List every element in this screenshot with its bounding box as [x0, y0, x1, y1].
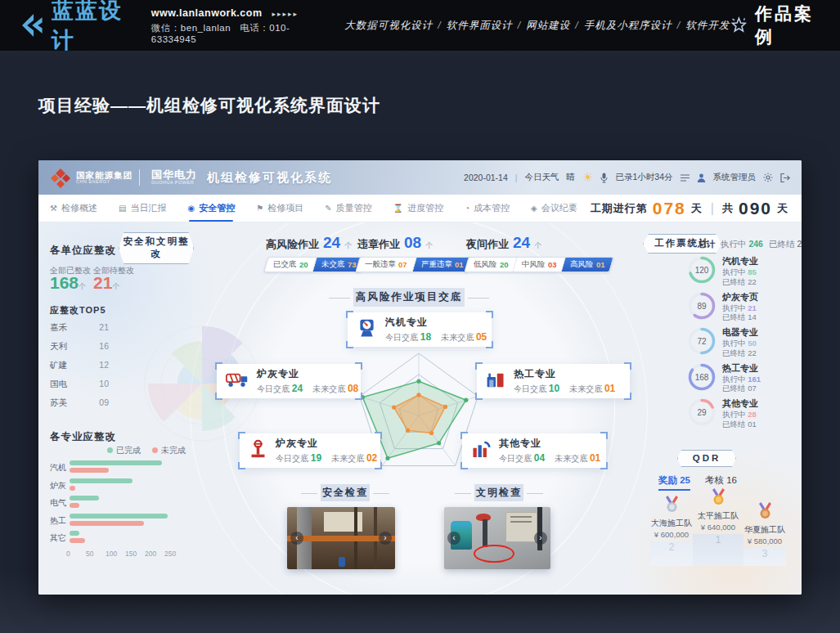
future-pair: 未来交底 01 [569, 383, 615, 395]
wechat-id: ben_lanlan [181, 23, 231, 33]
svg-text:120: 120 [695, 266, 709, 275]
tab-检修项目[interactable]: ⚑检修项目 [256, 195, 303, 222]
podium-step: 3 [743, 548, 786, 566]
card-corner [215, 362, 222, 370]
section-title-majors: 各专业应整改 [50, 430, 116, 444]
gear-icon[interactable] [763, 173, 773, 182]
dashboard-header: 国家能源集团 CHN ENERGY 国华电力 GUOHUA POWER 机组检修… [38, 160, 802, 195]
tab-安全管控[interactable]: ◉安全管控 [187, 195, 235, 222]
bar-todo [70, 503, 79, 508]
bar-axis-tick: 250 [164, 550, 176, 558]
system-title: 机组检修可视化系统 [207, 170, 332, 186]
podium-华夏施工队: 华夏施工队¥ 580,0003 [743, 488, 786, 566]
svg-text:29: 29 [697, 408, 707, 417]
inspection-label-civility: 文明检查 [474, 484, 523, 501]
carousel-prev-button[interactable]: ‹ [290, 532, 303, 545]
ring-done: 已终结 01 [722, 420, 758, 429]
card-title: 热工专业 [514, 367, 615, 381]
bar-todo [70, 538, 85, 543]
carousel-next-button[interactable]: › [379, 532, 392, 545]
ring-running: 执行中 85 [722, 267, 758, 277]
carousel-prev-button[interactable]: ‹ [447, 532, 460, 545]
mic-icon[interactable] [600, 173, 608, 183]
pill-label: 高风险 [570, 259, 594, 270]
bar-category: 电气 [50, 497, 66, 509]
gauge-icon [356, 317, 378, 343]
card-corner [486, 311, 493, 318]
card-corner [460, 462, 468, 469]
card-corner [355, 362, 362, 370]
card-汽机专业-0[interactable]: 汽机专业今日交底 18未来交底 05 [348, 312, 492, 347]
carousel-next-button[interactable]: › [534, 532, 547, 545]
org2-en: GUOHUA POWER [151, 181, 197, 186]
card-corner [475, 393, 483, 400]
tab-当日汇报[interactable]: ▤当日汇报 [119, 195, 166, 222]
today-pair: 今日交底 18 [385, 331, 431, 343]
future-pair: 未来交底 02 [331, 452, 377, 465]
tab-label: 当日汇报 [130, 202, 166, 214]
stat-value: 08 [404, 234, 421, 252]
card-其他专业-4[interactable]: 其他专业今日交底 04未来交底 01 [462, 433, 606, 468]
bar-row-热工: 热工 [50, 513, 181, 528]
stat-unit: 个 [425, 240, 433, 251]
org1-en: CHN ENERGY [76, 180, 133, 185]
tab-检修概述[interactable]: ⚒检修概述 [50, 195, 97, 222]
progress-total-prefix: 共 [722, 201, 734, 216]
card-热工专业-2[interactable]: 热工专业今日交底 10未来交底 01 [477, 364, 630, 398]
photo-cabinet-detail [510, 516, 532, 518]
stat-label: 夜间作业 [466, 237, 509, 252]
top5-row: 苏美09 [50, 397, 109, 409]
list-icon[interactable] [681, 174, 690, 182]
card-values: 今日交底 18未来交底 05 [385, 331, 487, 343]
weather-label: 今日天气 [525, 172, 559, 183]
photo-annotation-ellipse [474, 545, 514, 563]
card-炉灰专业-1[interactable]: 炉灰专业今日交底 24未来交底 08 [217, 364, 361, 398]
brand[interactable]: 蓝蓝设计 [16, 0, 135, 55]
bar-axis-tick: 100 [106, 550, 117, 558]
legend-done: 已完成 [107, 445, 141, 456]
tab-质量管控[interactable]: ✎质量管控 [325, 195, 371, 222]
card-values: 今日交底 24未来交底 08 [257, 383, 358, 395]
user-icon [697, 173, 706, 182]
card-corner [375, 432, 382, 439]
today-pair: 今日交底 04 [499, 452, 545, 465]
meeting-icon: ◈ [531, 204, 537, 213]
header-divider [139, 169, 140, 186]
safety-photo-carousel: ‹ › [287, 507, 395, 569]
tab-进度管控[interactable]: ⌛进度管控 [393, 195, 443, 222]
card-text: 热工专业今日交底 10未来交底 01 [514, 367, 615, 395]
service-separator: / [677, 20, 681, 31]
service-item: 软件开发 [685, 20, 730, 31]
services-list: 大数据可视化设计/软件界面设计/网站建设/手机及小程序设计/软件开发 [344, 19, 730, 33]
ring-炉灰专页: 89炉灰专页执行中 21已终结 14 [687, 291, 758, 324]
service-item: 大数据可视化设计 [344, 20, 433, 31]
svg-text:168: 168 [695, 372, 709, 381]
username[interactable]: 系统管理员 [713, 172, 757, 183]
portfolio-button[interactable]: 作品案例 [730, 2, 824, 48]
photo-worker [339, 557, 345, 567]
pill-value: 01 [455, 260, 464, 269]
card-炉灰专业-3[interactable]: 炉灰专业今日交底 19未来交底 02 [240, 433, 380, 468]
website-row[interactable]: www.lanlanwork.com ▸▸▸▸▸ [151, 7, 313, 19]
sun-icon: ☀ [582, 170, 593, 185]
logout-icon[interactable] [780, 173, 790, 182]
card-title: 汽机专业 [385, 316, 487, 330]
future-pair: 未来交底 01 [555, 452, 600, 465]
wrench-icon: ⚒ [50, 204, 57, 213]
card-corner [346, 341, 353, 348]
podium-amount: ¥ 600,000 [654, 530, 689, 539]
future-pair: 未来交底 05 [441, 331, 487, 343]
tab-成本管控[interactable]: ◔成本管控 [465, 195, 510, 222]
tab-会议纪要[interactable]: ◈会议纪要 [531, 195, 577, 222]
card-text: 炉灰专业今日交底 19未来交底 02 [276, 437, 377, 465]
card-title: 炉灰专业 [257, 367, 358, 381]
top5-row: 嘉禾21 [50, 322, 109, 334]
bar-row-炉灰: 炉灰 [50, 478, 181, 492]
bronze-medal-icon [758, 502, 772, 523]
card-corner [375, 462, 382, 469]
card-values: 今日交底 19未来交底 02 [276, 452, 377, 465]
ring-done: 已终结 14 [722, 312, 758, 322]
ring-title: 其他专业 [722, 398, 758, 410]
tab-label: 检修概述 [61, 202, 97, 214]
bar-category: 热工 [50, 515, 66, 527]
